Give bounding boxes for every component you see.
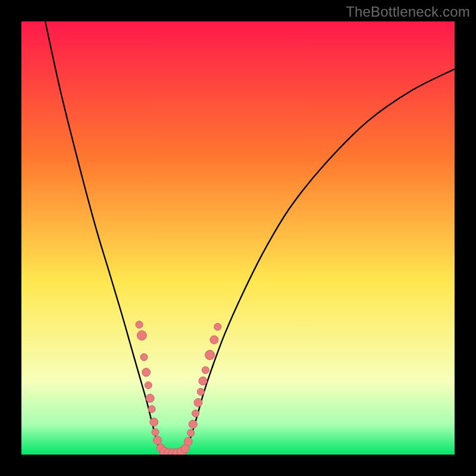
data-dot — [205, 350, 215, 360]
data-dot — [210, 336, 218, 344]
data-dot — [142, 368, 151, 377]
data-dot — [192, 410, 199, 417]
data-dot — [145, 382, 152, 389]
data-dot — [136, 321, 143, 328]
data-dot — [152, 428, 159, 436]
data-dot — [148, 406, 155, 413]
watermark-text: TheBottleneck.com — [346, 4, 470, 20]
data-dot — [150, 418, 158, 426]
data-dot — [154, 436, 162, 444]
data-dot — [146, 394, 154, 402]
bottleneck-curve — [45, 21, 455, 454]
chart-frame: TheBottleneck.com — [0, 0, 476, 476]
data-dot — [202, 367, 209, 374]
data-dot — [199, 377, 207, 385]
data-dot — [214, 323, 221, 330]
chart-overlay — [21, 21, 455, 455]
data-dot — [137, 331, 146, 340]
data-dot — [187, 430, 195, 437]
data-dot — [197, 388, 204, 395]
data-dot — [189, 420, 197, 428]
plot-area — [21, 21, 455, 455]
data-dots — [136, 321, 221, 455]
data-dot — [184, 437, 192, 446]
data-dot — [140, 353, 148, 361]
data-dot — [194, 399, 202, 407]
